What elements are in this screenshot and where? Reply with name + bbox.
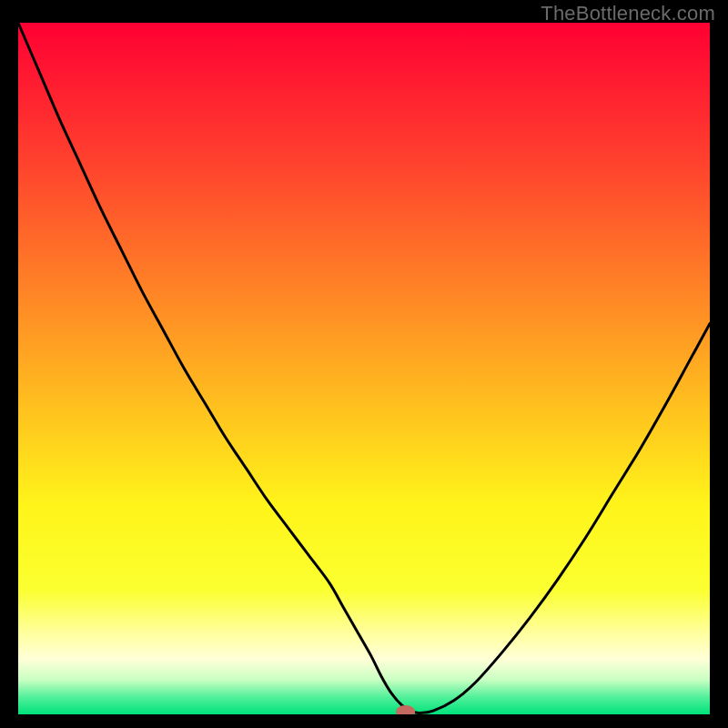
chart-frame: TheBottleneck.com — [0, 0, 728, 728]
watermark-text: TheBottleneck.com — [541, 2, 715, 25]
plot-area — [18, 23, 710, 714]
chart-svg — [18, 23, 710, 714]
gradient-background — [18, 23, 710, 714]
